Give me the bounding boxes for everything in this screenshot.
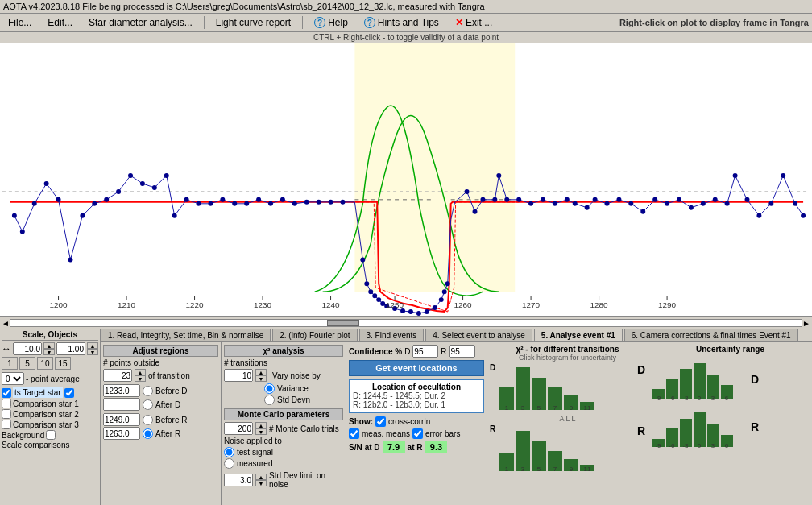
svg-text:6: 6 [725,395,729,401]
outside-label: # points outside [103,358,218,367]
tab-5[interactable]: 5. Analyse event #1 [534,329,623,341]
measured-radio[interactable] [224,458,234,469]
r-conf-input[interactable] [450,345,475,358]
transitions-up[interactable]: ▲ [255,369,267,375]
get-event-btn[interactable]: Get event locations [349,360,484,376]
after-d-radio[interactable] [143,399,153,410]
scale-input-2[interactable] [56,342,85,355]
std-dev-spinner[interactable]: ▲ ▼ [255,474,267,486]
comp2-row: Comparison star 2 [2,409,98,419]
comp3-checkbox[interactable] [2,420,11,429]
file-menu[interactable]: File... [3,15,36,30]
svg-point-74 [701,201,706,206]
outside-spinner[interactable]: ▲ ▼ [135,369,146,382]
exit-btn[interactable]: ✕ Exit ... [450,15,497,30]
before-d-input[interactable] [103,384,140,397]
background-checkbox[interactable] [46,430,56,440]
d-conf-input[interactable] [412,345,438,358]
transitions-spinner[interactable]: ▲ ▼ [255,369,267,382]
svg-text:3: 3 [711,442,715,449]
hints-btn[interactable]: ? Hints and Tips [359,15,444,30]
svg-point-18 [140,181,145,186]
outside-down[interactable]: ▼ [135,375,146,382]
r-uncertainty-svg[interactable]: -9 -6 -3 0 3 6 [651,404,748,449]
means-label: meas. means [362,429,410,438]
mc-up[interactable]: ▲ [255,422,267,428]
scrollbar-thumb[interactable] [327,320,359,326]
show-section: Show: cross-corrln meas. means error bar… [349,416,484,439]
num-btn-5[interactable]: 5 [19,357,35,370]
stddev-radio[interactable] [264,395,275,405]
svg-point-68 [628,201,633,206]
scale-up-1[interactable]: ▲ [44,342,55,349]
comp1-row: Comparison star 1 [2,399,98,408]
tab-1[interactable]: 1. Read, Integrity, Set time, Bin & norm… [101,329,271,341]
scrollbar-track[interactable] [10,319,802,327]
std-dev-up[interactable]: ▲ [255,474,267,480]
transitions-input[interactable] [224,369,253,382]
after-r-input[interactable] [103,427,140,440]
transitions-value-row: ▲ ▼ Vary noise by [224,369,343,382]
star-diameter-menu[interactable]: Star diameter analysis... [84,15,197,30]
before-r-radio[interactable] [143,415,153,425]
r-chart-svg[interactable]: 1 3 5 7 9 11 [498,424,619,473]
comp1-checkbox[interactable] [2,399,11,408]
outside-value-input[interactable] [103,369,132,382]
num-btn-10[interactable]: 10 [37,357,53,370]
scale-spinner-1[interactable]: ▲ ▼ [44,342,55,355]
cross-corr-checkbox[interactable] [375,416,386,427]
std-dev-down[interactable]: ▼ [255,480,267,486]
point-avg-select[interactable]: 0123 [2,372,24,385]
tab-2[interactable]: 2. (info) Fourier plot [272,329,357,341]
svg-point-62 [565,197,570,202]
svg-point-32 [304,200,309,205]
svg-text:3: 3 [711,395,715,401]
all-label: A L L [490,415,645,423]
after-d-input[interactable] [103,398,140,411]
scale-down-1[interactable]: ▼ [44,349,55,355]
variance-radio[interactable] [264,383,275,394]
scale-down-2[interactable]: ▼ [87,349,98,355]
light-curve-menu[interactable]: Light curve report [211,15,296,30]
d-label: D [490,363,495,372]
error-bars-checkbox[interactable] [412,428,423,439]
means-checkbox[interactable] [349,428,359,439]
svg-text:1: 1 [505,466,509,473]
d-uncertainty-svg[interactable]: -9 -6 -3 0 3 6 [651,357,748,401]
help-btn[interactable]: ? Help [309,15,353,30]
scale-input-1[interactable] [13,342,42,355]
edit-menu[interactable]: Edit... [43,15,77,30]
svg-text:11: 11 [584,466,591,473]
r-uncertainty-label: R [751,420,759,433]
variance-row: Variance [264,383,343,394]
num-btn-1[interactable]: 1 [2,357,18,370]
tab-3[interactable]: 3. Find events [359,329,425,341]
test-signal-radio[interactable] [224,447,234,457]
tab-4[interactable]: 4. Select event to analyse [425,329,532,341]
before-d-radio[interactable] [143,386,153,396]
after-r-radio[interactable] [143,428,153,439]
d-chart-svg[interactable]: 1 3 5 7 9 11 [498,363,619,412]
before-r-input[interactable] [103,413,140,426]
tab-6[interactable]: 6. Camera corrections & final times Even… [624,329,798,341]
help-label: Help [328,17,348,28]
noise-applied-label: Noise applied to [224,437,343,445]
std-dev-input[interactable] [224,474,253,486]
scrollbar-area[interactable]: ◄ ► [0,317,812,329]
scale-spinner-2[interactable]: ▲ ▼ [87,342,98,355]
scale-up-2[interactable]: ▲ [87,342,98,349]
mc-trials-spinner[interactable]: ▲ ▼ [255,422,267,435]
target-star-checkbox[interactable] [2,388,11,398]
outside-up[interactable]: ▲ [135,369,146,375]
scroll-right-btn[interactable]: ► [802,319,810,328]
mc-trials-input[interactable] [224,422,253,435]
chart-area[interactable]: 1200 1210 1220 1230 1240 1250 1260 1270 … [0,43,812,317]
event-panel: Confidence % D R Get event locations Loc… [346,342,487,505]
transitions-down[interactable]: ▼ [255,375,267,382]
mc-down[interactable]: ▼ [255,428,267,435]
scroll-left-btn[interactable]: ◄ [2,319,10,328]
target-star-checkbox-2[interactable] [64,388,74,398]
num-btn-15[interactable]: 15 [55,357,71,370]
svg-point-30 [280,197,285,202]
comp2-checkbox[interactable] [2,409,11,419]
